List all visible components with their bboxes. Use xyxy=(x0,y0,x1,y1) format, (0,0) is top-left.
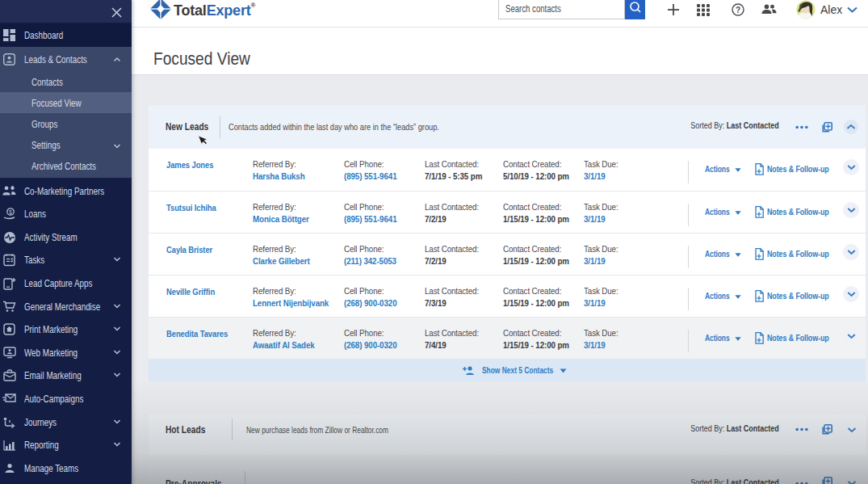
svg-text:?: ? xyxy=(736,6,740,15)
svg-text:$: $ xyxy=(9,209,12,215)
